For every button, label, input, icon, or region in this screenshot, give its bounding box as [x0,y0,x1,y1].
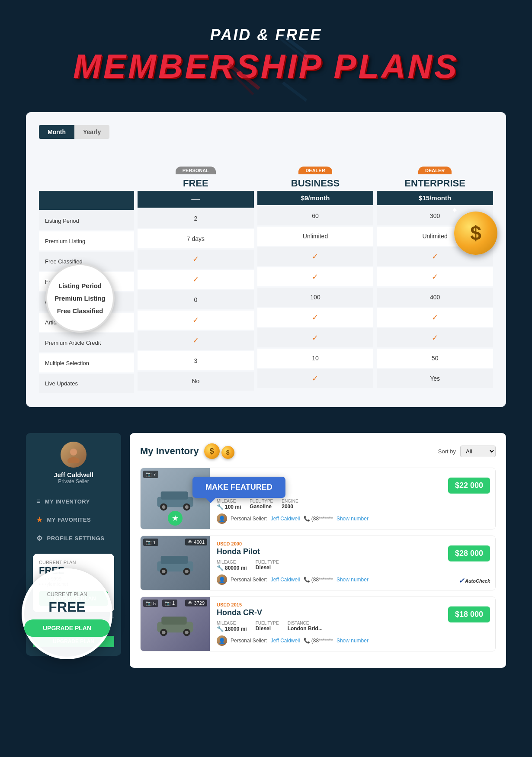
favorites-icon: ★ [36,516,43,524]
feature-header [39,148,134,191]
car-photo-count-3: 📷 5 [143,600,158,607]
car-image-3: 📷 5 📷 1 👁 3729 [141,597,210,651]
plan-name-business: BUSINESS [291,174,340,191]
free-cell-1: 7 days [138,229,254,248]
car-title-3: Honda CR-V [217,608,436,617]
nav-inventory[interactable]: ≡ MY INVENTORY [33,493,114,510]
seller-row-1: 👤 Personal Seller: Jeff Caldwell 📞 (88**… [217,513,436,524]
nav-settings[interactable]: ⚙ PROFILE SETTINGS [33,530,114,547]
plan-col-enterprise: DEALER ENTERPRISE $15/month 300 Unlimite… [377,148,493,394]
svg-rect-14 [161,556,188,564]
main-content: My Inventory $ $ Sort by All Newest Olde… [130,433,506,668]
yearly-toggle-button[interactable]: Yearly [74,125,109,139]
business-cell-6: ✓ [257,328,374,347]
svg-point-23 [162,631,165,634]
car-listing-3: 📷 5 📷 1 👁 3729 USED 2015 Honda CR-V MILE… [140,597,496,651]
show-number-3[interactable]: Show number [337,638,369,644]
nav-settings-label: PROFILE SETTINGS [47,535,105,542]
free-cell-4: 0 [138,290,254,309]
hero-subtitle: PAID & FREE [9,26,523,44]
month-toggle-button[interactable]: Month [39,125,74,139]
svg-point-6 [67,457,80,463]
coin-sparkle: ✦ [451,205,458,215]
car-price-3: $18 000 [448,606,490,622]
seller-name-1[interactable]: Jeff Caldwell [271,516,300,522]
free-cell-6: ✓ [138,331,254,350]
settings-icon: ⚙ [36,534,43,542]
svg-point-11 [162,505,165,509]
autocheck-logo: ✓ AutoCheck [458,577,490,585]
seller-row-3: 👤 Personal Seller: Jeff Caldwell 📞 (88**… [217,635,436,646]
svg-rect-8 [161,491,188,499]
seller-avatar-3: 👤 [217,635,227,646]
car-right-2: $28 000 ✓ AutoCheck [443,536,495,590]
free-cell-2: ✓ [138,250,254,269]
pricing-card: Month Yearly Listing Period Premium List… [26,112,506,407]
car-specs-3: MILEAGE 🔧18000 mi FUEL TYPE Diesel DISTA… [217,621,436,632]
car-condition-2: USED 2000 [217,541,436,546]
mileage-spec-1: MILEAGE 🔧100 mi [217,499,241,510]
mag-item-1: Listing Period [58,282,102,289]
sort-select[interactable]: All Newest Oldest [460,446,496,457]
coin-icon-1: $ [204,443,220,459]
feature-row-6: Premium Article Credit [39,333,134,352]
overlay-upgrade-button[interactable]: UPGRADE PLAN [24,619,110,637]
seller-name-3[interactable]: Jeff Caldwell [271,638,300,644]
seller-avatar-1: 👤 [217,513,227,524]
enterprise-cell-4: 400 [377,288,493,307]
car-photo-count-1: 📷 7 [143,471,158,478]
sort-area: Sort by All Newest Oldest [438,446,496,457]
sort-label: Sort by [438,448,456,455]
car-right-3: $18 000 [443,597,495,651]
current-plan-label: Current Plan [39,560,108,565]
plan-header-business: DEALER BUSINESS [257,148,374,191]
business-cell-4: 100 [257,288,374,307]
enterprise-cell-3: ✓ [377,267,493,286]
seller-type-1: Personal Seller: [231,516,267,522]
fuel-spec-3: FUEL TYPE Diesel [256,621,279,632]
car-info-3: USED 2015 Honda CR-V MILEAGE 🔧18000 mi F… [210,597,443,651]
magnified-features-circle: Listing Period Premium Listing Free Clas… [45,263,115,333]
seller-name-2[interactable]: Jeff Caldwell [271,577,300,583]
overlay-plan-name: FREE [48,599,85,615]
show-number-2[interactable]: Show number [337,577,369,583]
business-cell-3: ✓ [257,267,374,286]
plan-name-enterprise: ENTERPRISE [404,174,465,191]
nav-favorites[interactable]: ★ MY FAVORITES [33,511,114,528]
free-cell-7: 3 [138,351,254,370]
seller-avatar-2: 👤 [217,574,227,585]
plan-col-business: DEALER BUSINESS $9/month 60 Unlimited ✓ … [257,148,374,394]
plan-badge-business: DEALER [298,167,332,174]
make-featured-button[interactable]: MAKE FEATURED [192,477,285,498]
free-cell-8: No [138,372,254,391]
inventory-header: My Inventory $ $ Sort by All Newest Olde… [140,443,496,459]
mag-item-2: Premium Listing [54,295,106,302]
coin-symbol: $ [470,221,481,245]
fuel-spec-1: FUEL TYPE Gasoline [250,499,273,510]
car-right-1: $22 000 [443,468,495,529]
star-button-1[interactable]: ★ [168,511,183,526]
seller-phone-3: 📞 (88******* [304,638,333,644]
plan-table: Listing Period Premium Listing Free Clas… [39,148,493,394]
pricing-section: $ ✦ Month Yearly Listing Period Premium … [0,103,532,424]
car-specs-1: MILEAGE 🔧100 mi FUEL TYPE Gasoline ENGIN… [217,499,436,510]
svg-point-12 [185,505,189,509]
car-photo-count-2: 📷 1 [143,539,158,546]
billing-toggle[interactable]: Month Yearly [39,125,109,139]
show-number-1[interactable]: Show number [337,516,369,522]
car-specs-2: MILEAGE 🔧80000 mi FUEL TYPE Diesel [217,560,436,571]
svg-rect-20 [161,616,186,624]
plan-badge-enterprise: DEALER [418,167,452,174]
dashboard-section: Current Plan FREE UPGRADE PLAN Jeff Cald… [0,424,532,685]
business-cell-7: 10 [257,349,374,368]
svg-point-17 [162,570,165,573]
inventory-icon: ≡ [36,497,41,505]
svg-point-24 [185,631,189,634]
feature-row-1: Premium Listing [39,231,134,250]
business-cell-5: ✓ [257,308,374,327]
car-listing-2: 📷 1 👁 4001 USED 2000 Honda Pilot MILEAGE… [140,536,496,590]
feature-row-price [39,191,134,210]
user-role: Private Seller [58,478,89,484]
overlay-plan-label: Current Plan [47,591,87,597]
svg-point-18 [185,570,189,573]
